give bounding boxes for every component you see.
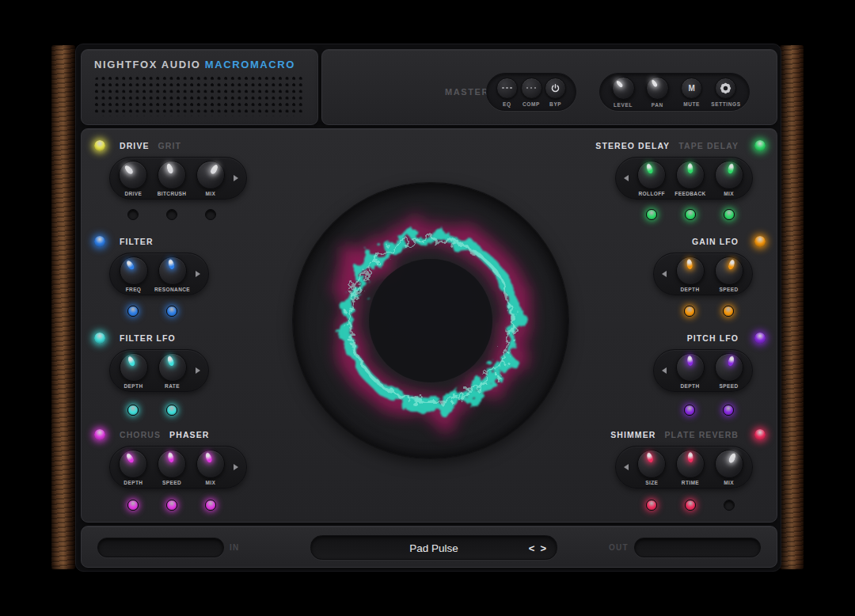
- stereo-delay-feedback-label: FEEDBACK: [674, 191, 705, 196]
- chorus-led-2[interactable]: [205, 500, 216, 511]
- eq-button[interactable]: EQ: [495, 78, 519, 107]
- gain-lfo-led-0[interactable]: [684, 306, 695, 317]
- stereo-delay-led-0[interactable]: [646, 209, 657, 220]
- stereo-delay-rolloff-knob[interactable]: [637, 161, 666, 189]
- shimmer-mode-shimmer[interactable]: SHIMMER: [610, 430, 656, 439]
- drive-mode-drive[interactable]: DRIVE: [120, 141, 150, 150]
- knob-indicator: [674, 255, 705, 286]
- filter-led-1[interactable]: [166, 306, 177, 317]
- shimmer-prev-arrow-icon[interactable]: [621, 464, 632, 470]
- knob-indicator: [711, 446, 747, 481]
- knob-indicator: [635, 447, 669, 481]
- chorus-speed-knob[interactable]: [158, 450, 186, 478]
- shimmer-rtime-label: RTIME: [682, 480, 699, 485]
- pitch-lfo-speed-knob[interactable]: [715, 353, 743, 382]
- comp-button-circle: [521, 78, 542, 99]
- preset-selector[interactable]: Pad Pulse < >: [310, 535, 557, 560]
- knob-pointer: [645, 162, 654, 173]
- filter-lfo-next-arrow-icon[interactable]: [192, 367, 203, 374]
- drive-controls: DRIVEBITCRUSHMIX: [109, 157, 247, 200]
- filter-resonance-knob[interactable]: [158, 257, 187, 285]
- gain-lfo-led-1[interactable]: [723, 306, 734, 317]
- stereo-delay-mode-stereo-delay[interactable]: STEREO DELAY: [595, 141, 670, 150]
- plugin-chassis: NIGHTFOX AUDIO MACROMACRO MASTER EQ: [75, 44, 781, 572]
- stereo-delay-mix-knob[interactable]: [715, 161, 743, 189]
- gain-lfo-mode-gain-lfo: GAIN LFO: [692, 237, 739, 246]
- drive-mode-grit[interactable]: GRIT: [158, 141, 181, 150]
- chorus-mode-phaser[interactable]: PHASER: [169, 430, 209, 439]
- led-spacer: [658, 405, 669, 416]
- stereo-delay-power-led[interactable]: [754, 140, 766, 151]
- shimmer-led-0[interactable]: [646, 500, 657, 511]
- gain-lfo-power-led[interactable]: [754, 236, 766, 247]
- settings-button[interactable]: [715, 78, 736, 99]
- drive-bitcrush-knob[interactable]: [158, 161, 186, 189]
- led-spacer: [192, 405, 203, 416]
- chorus-depth-knob[interactable]: [119, 450, 147, 478]
- shimmer-power-led[interactable]: [754, 429, 766, 440]
- shimmer-led-2[interactable]: [724, 500, 735, 511]
- led-cell: [153, 209, 190, 220]
- io-panel: IN Pad Pulse < > OUT: [81, 526, 777, 568]
- filter-next-arrow-icon[interactable]: [192, 271, 203, 277]
- plugin-window: NIGHTFOX AUDIO MACROMACRO MASTER EQ: [0, 0, 855, 616]
- drive-power-led[interactable]: [94, 140, 105, 151]
- filter-led-0[interactable]: [127, 306, 139, 317]
- chorus-mode-chorus[interactable]: CHORUS: [120, 430, 161, 439]
- shimmer-size-knob[interactable]: [637, 450, 666, 478]
- led-cell: [192, 500, 229, 511]
- bypass-button-label: BYP: [549, 101, 561, 107]
- shimmer-led-1[interactable]: [685, 500, 696, 511]
- chorus-led-1[interactable]: [166, 500, 177, 511]
- stereo-delay-mode-tape-delay[interactable]: TAPE DELAY: [678, 141, 739, 150]
- gain-lfo-prev-arrow-icon[interactable]: [659, 271, 670, 277]
- pitch-lfo-led-1[interactable]: [723, 405, 734, 416]
- stereo-delay-led-1[interactable]: [685, 209, 696, 220]
- level-knob[interactable]: [612, 77, 635, 100]
- drive-title: DRIVEGRIT: [120, 141, 181, 150]
- preset-prev-button[interactable]: <: [529, 542, 535, 553]
- filter-lfo-led-1[interactable]: [166, 405, 177, 416]
- filter-freq-knob[interactable]: [120, 257, 148, 285]
- gain-lfo-speed-knob[interactable]: [715, 257, 743, 285]
- shimmer-mix-knob[interactable]: [715, 450, 743, 478]
- filter-power-led[interactable]: [94, 236, 105, 247]
- chorus-next-arrow-icon[interactable]: [230, 464, 241, 470]
- filter-lfo-rate-knob[interactable]: [158, 353, 187, 382]
- drive-drive-knob[interactable]: [119, 161, 147, 189]
- drive-led-1[interactable]: [166, 209, 177, 220]
- shimmer-rtime-knob[interactable]: [676, 450, 705, 478]
- chorus-power-led[interactable]: [94, 429, 105, 440]
- knob-pointer: [687, 451, 693, 462]
- master-output-group: LEVEL PAN M MUTE: [599, 73, 750, 111]
- pan-knob[interactable]: [646, 77, 669, 100]
- drive-next-arrow-icon[interactable]: [230, 175, 241, 181]
- drive-mix-knob[interactable]: [196, 161, 225, 189]
- filter-lfo-led-0[interactable]: [127, 405, 139, 416]
- filter-lfo-depth-knob[interactable]: [120, 353, 148, 382]
- comp-button[interactable]: COMP: [519, 78, 544, 107]
- mute-button[interactable]: M: [681, 78, 702, 99]
- stereo-delay-feedback-knob[interactable]: [676, 161, 705, 189]
- stereo-delay-led-2[interactable]: [724, 209, 735, 220]
- preset-next-button[interactable]: >: [540, 542, 546, 553]
- drive-led-2[interactable]: [205, 209, 216, 220]
- power-icon: [550, 83, 560, 93]
- chorus-mix-knob[interactable]: [196, 450, 225, 478]
- pitch-lfo-prev-arrow-icon[interactable]: [659, 367, 670, 374]
- shimmer-mode-plate-reverb[interactable]: PLATE REVERB: [664, 430, 739, 439]
- pitch-lfo-depth-knob[interactable]: [676, 353, 705, 382]
- pitch-lfo-power-led[interactable]: [754, 333, 766, 344]
- gain-lfo-depth-knob[interactable]: [676, 257, 705, 285]
- pitch-lfo-led-row: [653, 405, 753, 416]
- pitch-lfo-led-0[interactable]: [684, 405, 695, 416]
- chorus-depth-cell: DEPTH: [115, 450, 152, 485]
- filter-lfo-power-led[interactable]: [94, 333, 105, 344]
- drive-led-0[interactable]: [127, 209, 139, 220]
- bypass-button[interactable]: BYP: [543, 78, 568, 107]
- stereo-delay-prev-arrow-icon[interactable]: [621, 175, 632, 181]
- shimmer-mix-cell: MIX: [710, 450, 747, 485]
- stereo-delay-title: STEREO DELAYTAPE DELAY: [595, 141, 739, 150]
- chorus-led-0[interactable]: [127, 500, 139, 511]
- pitch-lfo-controls: DEPTHSPEED: [653, 349, 753, 392]
